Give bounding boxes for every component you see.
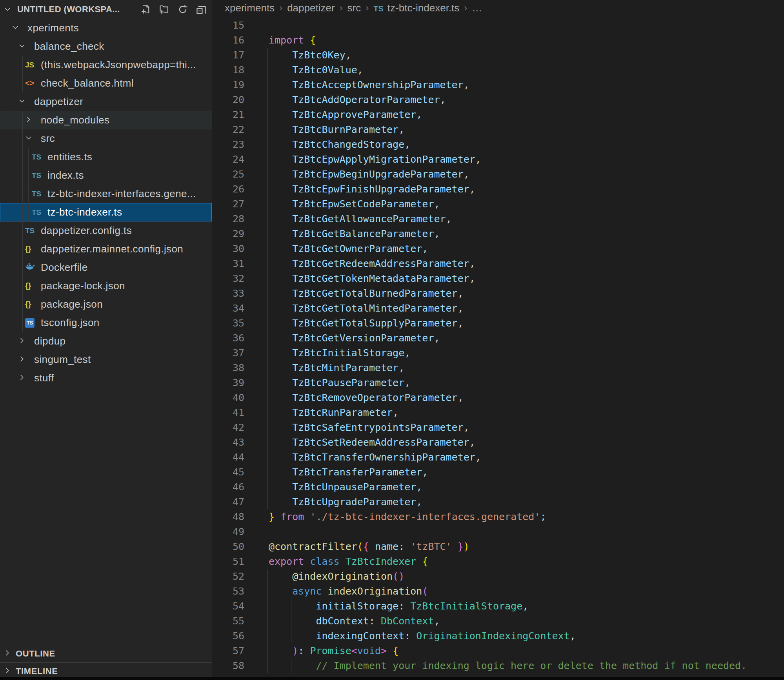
breadcrumb-item-src[interactable]: src xyxy=(347,2,361,14)
code-line-26[interactable]: 26 TzBtcEpwFinishUpgradeParameter, xyxy=(212,182,784,197)
collapse-folders-button[interactable] xyxy=(196,4,206,15)
line-number[interactable]: 21 xyxy=(212,107,244,122)
explorer-section-header[interactable]: UNTITLED (WORKSPA... xyxy=(0,0,212,19)
line-number[interactable]: 57 xyxy=(212,644,244,658)
tree-item-this-webpackjsonpwebapp-thi[interactable]: JS(this.webpackJsonpwebapp=thi... xyxy=(0,56,212,74)
line-number[interactable]: 46 xyxy=(212,480,244,495)
line-number[interactable]: 40 xyxy=(212,390,244,405)
tree-item-dipdup[interactable]: dipdup xyxy=(0,332,212,350)
code-line-23[interactable]: 23 TzBtcChangedStorage, xyxy=(212,137,784,152)
line-number[interactable]: 43 xyxy=(212,435,244,450)
line-number[interactable]: 25 xyxy=(212,167,244,182)
code-line-39[interactable]: 39 TzBtcPauseParameter, xyxy=(212,375,784,390)
code-line-32[interactable]: 32 TzBtcGetTokenMetadataParameter, xyxy=(212,271,784,286)
code-line-29[interactable]: 29 TzBtcGetBalanceParameter, xyxy=(212,227,784,241)
code-line-49[interactable]: 49 xyxy=(212,524,784,539)
line-number[interactable]: 29 xyxy=(212,227,244,241)
code-line-35[interactable]: 35 TzBtcGetTotalSupplyParameter, xyxy=(212,316,784,331)
code-line-48[interactable]: 48} from './tz-btc-indexer-interfaces.ge… xyxy=(212,510,784,524)
tree-item-index-ts[interactable]: TSindex.ts xyxy=(0,166,212,185)
tree-item-dappetizer-mainnet-config-json[interactable]: {}dappetizer.mainnet.config.json xyxy=(0,240,212,258)
line-number[interactable]: 33 xyxy=(212,286,244,301)
line-number[interactable]: 47 xyxy=(212,495,244,510)
line-number[interactable]: 51 xyxy=(212,554,244,569)
code-line-44[interactable]: 44 TzBtcTransferOwnershipParameter, xyxy=(212,450,784,465)
code-line-15[interactable]: 15 xyxy=(212,18,784,33)
tree-item-dappetizer-config-ts[interactable]: TSdappetizer.config.ts xyxy=(0,221,212,240)
line-number[interactable]: 32 xyxy=(212,271,244,286)
tree-item-tz-btc-indexer-interfaces-gene[interactable]: TStz-btc-indexer-interfaces.gene... xyxy=(0,185,212,203)
code-line-28[interactable]: 28 TzBtcGetAllowanceParameter, xyxy=(212,212,784,227)
code-line-57[interactable]: 57 ): Promise<void> { xyxy=(212,644,784,658)
code-line-22[interactable]: 22 TzBtcBurnParameter, xyxy=(212,122,784,137)
line-number[interactable]: 38 xyxy=(212,361,244,375)
code-line-56[interactable]: 56 indexingContext: OriginationIndexingC… xyxy=(212,629,784,644)
tree-item-tsconfig-json[interactable]: TStsconfig.json xyxy=(0,314,212,332)
panel-header-outline[interactable]: OUTLINE xyxy=(0,645,212,662)
tree-item-package-lock-json[interactable]: {}package-lock.json xyxy=(0,277,212,295)
code-line-50[interactable]: 50@contractFilter({ name: 'tzBTC' }) xyxy=(212,539,784,554)
tree-item-src[interactable]: src xyxy=(0,129,212,148)
code-line-18[interactable]: 18 TzBtc0Value, xyxy=(212,63,784,78)
line-number[interactable]: 35 xyxy=(212,316,244,331)
tree-item-xperiments[interactable]: xperiments xyxy=(0,19,212,37)
line-number[interactable]: 48 xyxy=(212,510,244,524)
code-line-51[interactable]: 51export class TzBtcIndexer { xyxy=(212,554,784,569)
code-line-24[interactable]: 24 TzBtcEpwApplyMigrationParameter, xyxy=(212,152,784,167)
line-number[interactable]: 55 xyxy=(212,614,244,629)
line-number[interactable]: 15 xyxy=(212,18,244,33)
line-number[interactable]: 54 xyxy=(212,599,244,614)
line-number[interactable]: 53 xyxy=(212,584,244,599)
line-number[interactable]: 39 xyxy=(212,375,244,390)
tree-item-balance-check[interactable]: balance_check xyxy=(0,37,212,56)
refresh-explorer-button[interactable] xyxy=(177,4,188,15)
line-number[interactable]: 45 xyxy=(212,465,244,480)
code-line-46[interactable]: 46 TzBtcUnpauseParameter, xyxy=(212,480,784,495)
tree-item-tz-btc-indexer-ts[interactable]: TStz-btc-indexer.ts xyxy=(0,203,212,221)
code-line-45[interactable]: 45 TzBtcTransferParameter, xyxy=(212,465,784,480)
code-line-21[interactable]: 21 TzBtcApproveParameter, xyxy=(212,107,784,122)
line-number[interactable]: 31 xyxy=(212,256,244,271)
breadcrumb-item-xperiments[interactable]: xperiments xyxy=(225,2,275,14)
code-line-54[interactable]: 54 initialStorage: TzBtcInitialStorage, xyxy=(212,599,784,614)
code-line-53[interactable]: 53 async indexOrigination( xyxy=(212,584,784,599)
line-number[interactable]: 42 xyxy=(212,420,244,435)
tree-item-check-balance-html[interactable]: <>check_balance.html xyxy=(0,74,212,92)
line-number[interactable]: 49 xyxy=(212,524,244,539)
code-line-38[interactable]: 38 TzBtcMintParameter, xyxy=(212,361,784,375)
code-line-43[interactable]: 43 TzBtcSetRedeemAddressParameter, xyxy=(212,435,784,450)
line-number[interactable]: 20 xyxy=(212,92,244,107)
line-number[interactable]: 18 xyxy=(212,63,244,78)
code-line-16[interactable]: 16import { xyxy=(212,33,784,48)
code-line-42[interactable]: 42 TzBtcSafeEntrypointsParameter, xyxy=(212,420,784,435)
line-number[interactable]: 34 xyxy=(212,301,244,316)
line-number[interactable]: 22 xyxy=(212,122,244,137)
new-file-button[interactable] xyxy=(140,4,151,15)
breadcrumb-item-[interactable]: … xyxy=(472,2,482,14)
code-line-27[interactable]: 27 TzBtcEpwSetCodeParameter, xyxy=(212,197,784,212)
code-line-37[interactable]: 37 TzBtcInitialStorage, xyxy=(212,346,784,361)
line-number[interactable]: 26 xyxy=(212,182,244,197)
line-number[interactable]: 44 xyxy=(212,450,244,465)
tree-item-singum-test[interactable]: singum_test xyxy=(0,350,212,369)
tree-item-dockerfile[interactable]: Dockerfile xyxy=(0,258,212,277)
code-line-34[interactable]: 34 TzBtcGetTotalMintedParameter, xyxy=(212,301,784,316)
line-number[interactable]: 37 xyxy=(212,346,244,361)
tree-item-stuff[interactable]: stuff xyxy=(0,369,212,387)
code-line-31[interactable]: 31 TzBtcGetRedeemAddressParameter, xyxy=(212,256,784,271)
code-line-52[interactable]: 52 @indexOrigination() xyxy=(212,569,784,584)
line-number[interactable]: 16 xyxy=(212,33,244,48)
line-number[interactable]: 58 xyxy=(212,658,244,673)
line-number[interactable]: 28 xyxy=(212,212,244,227)
tree-item-dappetizer[interactable]: dappetizer xyxy=(0,92,212,111)
code-line-20[interactable]: 20 TzBtcAddOperatorParameter, xyxy=(212,92,784,107)
code-line-41[interactable]: 41 TzBtcRunParameter, xyxy=(212,405,784,420)
line-number[interactable]: 23 xyxy=(212,137,244,152)
code-line-33[interactable]: 33 TzBtcGetTotalBurnedParameter, xyxy=(212,286,784,301)
tree-item-package-json[interactable]: {}package.json xyxy=(0,295,212,314)
code-line-25[interactable]: 25 TzBtcEpwBeginUpgradeParameter, xyxy=(212,167,784,182)
code-editor[interactable]: xperiments›dappetizer›src›TStz-btc-index… xyxy=(212,0,784,680)
code-line-47[interactable]: 47 TzBtcUpgradeParameter, xyxy=(212,495,784,510)
code-area[interactable]: 1516import {17 TzBtc0Key,18 TzBtc0Value,… xyxy=(212,16,784,673)
line-number[interactable]: 24 xyxy=(212,152,244,167)
